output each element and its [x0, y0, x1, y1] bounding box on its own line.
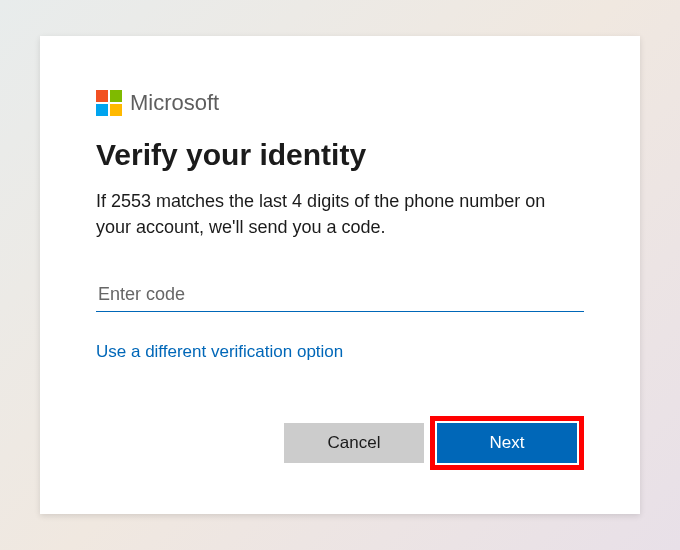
instruction-text: If 2553 matches the last 4 digits of the… [96, 188, 584, 240]
next-button[interactable]: Next [437, 423, 577, 463]
verify-identity-card: Microsoft Verify your identity If 2553 m… [40, 36, 640, 514]
brand-row: Microsoft [96, 90, 584, 116]
microsoft-logo-icon [96, 90, 122, 116]
page-title: Verify your identity [96, 138, 584, 172]
code-input[interactable] [96, 278, 584, 312]
cancel-button[interactable]: Cancel [284, 423, 424, 463]
brand-name: Microsoft [130, 90, 219, 116]
different-verification-link[interactable]: Use a different verification option [96, 342, 343, 362]
next-button-highlight: Next [430, 416, 584, 470]
button-row: Cancel Next [284, 416, 584, 470]
